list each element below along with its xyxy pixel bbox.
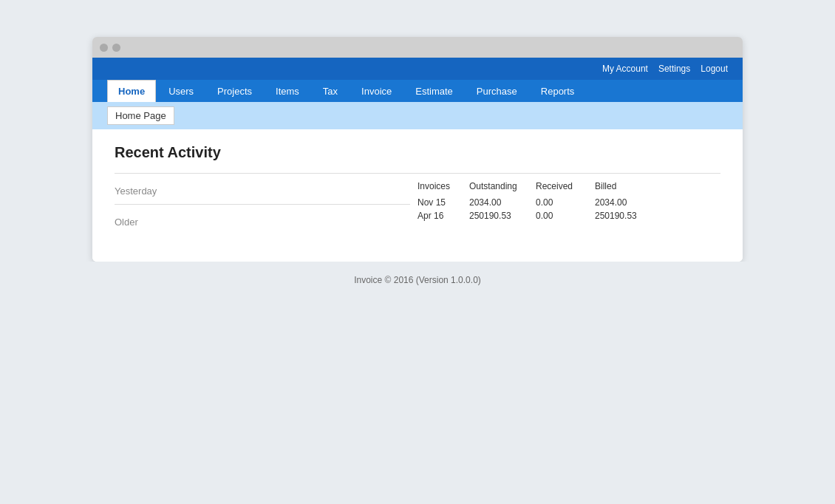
col-header-outstanding: Outstanding — [469, 181, 536, 191]
main-nav: Home Users Projects Items Tax Invoice Es… — [92, 80, 743, 102]
row2-billed: 250190.53 — [595, 211, 661, 221]
row2-outstanding: 250190.53 — [469, 211, 536, 221]
row1-billed: 2034.00 — [595, 197, 661, 208]
title-divider — [115, 173, 720, 174]
nav-users[interactable]: Users — [157, 80, 205, 102]
browser-titlebar — [92, 37, 743, 58]
row1-date: Nov 15 — [418, 197, 469, 208]
app-container: My Account Settings Logout Home Users Pr… — [92, 58, 743, 262]
table-header: Invoices Outstanding Received Billed — [418, 181, 720, 191]
nav-invoice[interactable]: Invoice — [350, 80, 403, 102]
content-area: Recent Activity Yesterday Older Invoices… — [92, 129, 743, 262]
activity-left-panel: Yesterday Older — [115, 181, 410, 232]
row2-received: 0.00 — [536, 211, 595, 221]
nav-tax[interactable]: Tax — [312, 80, 349, 102]
logout-link[interactable]: Logout — [701, 64, 728, 74]
row1-received: 0.00 — [536, 197, 595, 208]
page-title: Recent Activity — [115, 144, 720, 161]
nav-estimate[interactable]: Estimate — [404, 80, 464, 102]
activity-table: Invoices Outstanding Received Billed Nov… — [410, 181, 720, 232]
my-account-link[interactable]: My Account — [602, 64, 648, 74]
nav-home[interactable]: Home — [107, 80, 156, 102]
subnav-home-page[interactable]: Home Page — [107, 106, 174, 125]
browser-dot-1 — [100, 44, 108, 52]
sub-nav: Home Page — [92, 102, 743, 129]
table-row-1: Nov 15 2034.00 0.00 2034.00 — [418, 196, 720, 209]
nav-purchase[interactable]: Purchase — [466, 80, 528, 102]
footer-text: Invoice © 2016 (Version 1.0.0.0) — [354, 275, 481, 285]
browser-dot-2 — [112, 44, 120, 52]
col-header-billed: Billed — [595, 181, 661, 191]
footer: Invoice © 2016 (Version 1.0.0.0) — [0, 262, 835, 299]
yesterday-label: Yesterday — [115, 181, 410, 201]
nav-projects[interactable]: Projects — [206, 80, 263, 102]
nav-reports[interactable]: Reports — [530, 80, 586, 102]
table-row-2: Apr 16 250190.53 0.00 250190.53 — [418, 209, 720, 222]
row2-date: Apr 16 — [418, 211, 469, 221]
older-label: Older — [115, 212, 410, 232]
col-header-received: Received — [536, 181, 595, 191]
top-bar: My Account Settings Logout — [92, 58, 743, 80]
yesterday-divider — [115, 204, 410, 205]
col-header-invoices: Invoices — [418, 181, 469, 191]
browser-window: My Account Settings Logout Home Users Pr… — [92, 37, 743, 262]
nav-items[interactable]: Items — [265, 80, 310, 102]
row1-outstanding: 2034.00 — [469, 197, 536, 208]
settings-link[interactable]: Settings — [658, 64, 690, 74]
